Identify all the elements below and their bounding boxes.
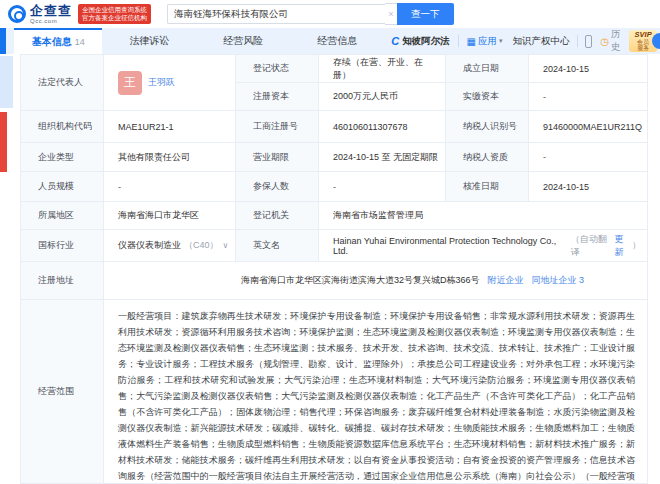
staff-size-value: - [104, 172, 236, 202]
industry-cell: 仪器仪表制造业 （C40） ∨ [104, 230, 236, 262]
translate-update-link[interactable]: 更新 [615, 233, 632, 259]
org-code-label: 组织机构代码 [21, 111, 104, 143]
approve-date-label: 核准日期 [446, 172, 529, 202]
scope-text: 一般经营项目：建筑废弃物再生技术研发；环境保护专用设备制造；环境保护专用设备销售… [118, 308, 635, 484]
brand-domain: Qcc.com [30, 18, 72, 24]
company-type-label: 企业类型 [21, 143, 104, 172]
company-type-value: 其他有限责任公司 [104, 143, 236, 172]
address-cell: 海南省海口市龙华区滨海街道滨海大道32号复兴城D栋366号 附近企业 同地址企业… [104, 262, 648, 300]
badge-line2: 官方备案企业征信机构 [82, 14, 147, 22]
left-edge-highlight-strip [0, 56, 13, 108]
chevron-down-icon: ▾ [499, 37, 503, 45]
apps-grid-icon: ▦ [466, 36, 475, 47]
left-edge-blue-strip [0, 28, 6, 54]
clear-search-icon[interactable]: × [385, 3, 397, 25]
staff-size-label: 人员规模 [21, 172, 104, 202]
search-input[interactable] [167, 4, 385, 24]
ip-center-link[interactable]: 知识产权中心 [512, 35, 569, 48]
en-name-label: 英文名 [236, 230, 319, 262]
legal-rep-cell: 王 王羽跃 [104, 55, 236, 111]
tab-operating-info[interactable]: 经营信息 [290, 28, 384, 54]
tax-id-value: 91460000MAE1UR211Q [529, 111, 648, 143]
reg-capital-value: 2000万元人民币 [319, 83, 446, 111]
divider [577, 35, 578, 47]
history-link[interactable]: ◷ 历史 [600, 28, 622, 54]
tax-id-label: 纳税人识别号 [446, 111, 529, 143]
badge-line1: 全国企业信用查询系统 [82, 6, 147, 14]
zhibi-alpha-icon: C [391, 35, 399, 47]
zhibi-alpha-link[interactable]: C 知彼阿尔法 [391, 35, 449, 48]
paid-capital-value: - [529, 83, 648, 111]
insured-value: - [319, 172, 446, 202]
est-date-label: 成立日期 [446, 55, 529, 83]
industry-expand-icon[interactable]: ∨ [223, 241, 229, 250]
history-clock-icon: ◷ [600, 36, 609, 47]
nearby-companies-link[interactable]: 附近企业 [488, 274, 524, 287]
tab-legal-litigation[interactable]: 法律诉讼 [102, 28, 196, 54]
est-date-value: 2024-10-15 [529, 55, 648, 83]
reg-status-value: 存续（在营、开业、在册） [319, 55, 446, 83]
reg-capital-label: 注册资本 [236, 83, 319, 111]
auto-translate-note: （自动翻译 [571, 233, 615, 259]
brand-name: 企查查 [30, 4, 72, 17]
industry-label: 国标行业 [21, 230, 104, 262]
legal-rep-label: 法定代表人 [21, 55, 104, 111]
left-edge-red-strip [0, 112, 7, 172]
qcc-logo[interactable]: 企查查 Qcc.com [8, 4, 72, 24]
tax-qual-label: 纳税人资质 [446, 143, 529, 172]
region-label: 所属地区 [21, 202, 104, 230]
phone-icon[interactable] [585, 35, 592, 48]
reg-authority-label: 登记机关 [236, 202, 319, 230]
industry-value: 仪器仪表制造业 [118, 239, 181, 252]
scope-cell: 一般经营项目：建筑废弃物再生技术研发；环境保护专用设备制造；环境保护专用设备销售… [104, 300, 648, 484]
legal-rep-avatar[interactable]: 王 [118, 71, 142, 95]
tab-bar: 基本信息 14 法律诉讼 经营风险 经营信息 C 知彼阿尔法 ▦ 应用 ▾ 知识… [0, 28, 660, 54]
top-bar: 企查查 Qcc.com 全国企业信用查询系统 官方备案企业征信机构 × 查一下 [0, 0, 660, 28]
tab-basic-info-count: 14 [75, 37, 85, 47]
biz-term-label: 营业期限 [236, 143, 319, 172]
approve-date-value: 2024-10-15 [529, 172, 648, 202]
tab-operating-risk[interactable]: 经营风险 [196, 28, 290, 54]
legal-rep-name-link[interactable]: 王羽跃 [148, 76, 175, 89]
org-code-value: MAE1UR21-1 [104, 111, 236, 143]
en-name-cell: Hainan Yuhai Environmental Protection Te… [319, 230, 648, 262]
tab-bar-tools: C 知彼阿尔法 ▦ 应用 ▾ 知识产权中心 ◷ 历史 SVIP 会员服务 [386, 28, 660, 54]
qcc-company-page: 企查查 Qcc.com 全国企业信用查询系统 官方备案企业征信机构 × 查一下 … [0, 0, 660, 484]
search-box: × 查一下 [167, 3, 454, 25]
same-address-companies-link[interactable]: 同地址企业 3 [532, 274, 585, 287]
industry-code: （C40） [184, 239, 219, 252]
tab-basic-info[interactable]: 基本信息 14 [14, 28, 102, 54]
qcc-logo-icon [8, 5, 26, 23]
address-label: 注册地址 [21, 262, 104, 300]
biz-term-value: 2024-10-15 至 无固定期限 [319, 143, 446, 172]
reg-authority-value: 海南省市场监督管理局 [319, 202, 648, 230]
scope-label: 经营范围 [21, 300, 104, 484]
search-button[interactable]: 查一下 [397, 3, 454, 25]
reg-status-label: 登记状态 [236, 55, 319, 83]
insured-label: 参保人数 [236, 172, 319, 202]
biz-reg-no-value: 460106011307678 [319, 111, 446, 143]
paid-capital-label: 实缴资本 [446, 83, 529, 111]
tax-qual-value: - [529, 143, 648, 172]
region-value: 海南省海口市龙华区 [104, 202, 236, 230]
en-name-value: Hainan Yuhai Environmental Protection Te… [333, 236, 567, 256]
address-value: 海南省海口市龙华区滨海街道滨海大道32号复兴城D栋366号 [241, 274, 480, 287]
biz-reg-no-label: 工商注册号 [236, 111, 319, 143]
official-badge: 全国企业信用查询系统 官方备案企业征信机构 [78, 4, 151, 24]
basic-info-table: 法定代表人 王 王羽跃 登记状态 存续（在营、开业、在册） 成立日期 2024-… [20, 54, 648, 484]
apps-menu[interactable]: ▦ 应用 ▾ [466, 35, 502, 48]
divider [458, 35, 459, 47]
